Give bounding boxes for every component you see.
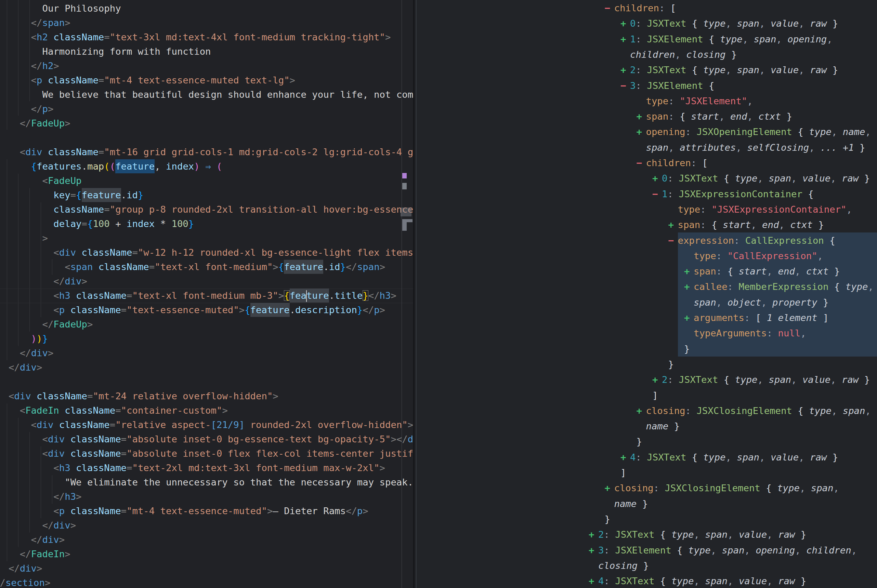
expand-toggle[interactable]: + bbox=[605, 480, 614, 496]
collapse-toggle[interactable]: − bbox=[620, 78, 630, 93]
code-line[interactable]: <div className="mt-24 relative overflow-… bbox=[0, 389, 413, 404]
code-line[interactable]: Our Philosophy bbox=[0, 2, 413, 16]
expand-toggle[interactable]: + bbox=[620, 450, 630, 465]
code-line[interactable]: <div className="relative aspect-[21/9] r… bbox=[0, 418, 413, 432]
code-line[interactable] bbox=[0, 130, 413, 145]
code-line[interactable]: <div className="absolute inset-0 flex fl… bbox=[0, 447, 413, 461]
expand-toggle[interactable]: + bbox=[668, 217, 678, 232]
ast-line[interactable]: ] bbox=[620, 465, 626, 481]
expand-toggle[interactable]: + bbox=[620, 32, 630, 47]
code-line[interactable]: <p className="mt-4 text-essence-muted">—… bbox=[0, 504, 413, 518]
ast-line[interactable]: } bbox=[637, 434, 642, 450]
ast-line[interactable]: −expression: CallExpression { bbox=[668, 233, 835, 249]
expand-toggle[interactable]: + bbox=[620, 62, 630, 78]
code-line[interactable]: Harmonizing form with function bbox=[0, 45, 413, 59]
code-line[interactable]: key={feature.id} bbox=[0, 188, 413, 202]
collapse-toggle[interactable]: − bbox=[605, 0, 614, 16]
ast-line[interactable]: +4: JSXText { type, span, value, raw } bbox=[620, 450, 838, 465]
ast-line[interactable]: ] bbox=[652, 388, 658, 404]
expand-toggle[interactable]: + bbox=[652, 372, 662, 387]
code-editor-pane[interactable]: Our Philosophy </span> <h2 className="te… bbox=[0, 0, 413, 588]
code-line[interactable]: <div className="absolute inset-0 bg-esse… bbox=[0, 432, 413, 447]
code-line[interactable]: </div> bbox=[0, 532, 413, 547]
ast-line[interactable]: name } bbox=[646, 418, 680, 434]
ast-line[interactable]: type: "CallExpression", bbox=[694, 248, 823, 264]
ast-line[interactable]: +closing: JSXClosingElement { type, span… bbox=[605, 480, 839, 496]
code-line[interactable]: ))} bbox=[0, 332, 413, 346]
expand-toggle[interactable]: + bbox=[652, 171, 662, 186]
ast-line[interactable]: +2: JSXText { type, span, value, raw } bbox=[620, 62, 838, 78]
code-line[interactable]: > bbox=[0, 231, 413, 246]
code-line[interactable]: </div> bbox=[0, 274, 413, 288]
ast-line[interactable]: span, attributes, selfClosing, ... +1 } bbox=[646, 140, 865, 156]
code-line[interactable]: <FadeUp bbox=[0, 174, 413, 188]
code-line[interactable]: </div> bbox=[0, 518, 413, 532]
ast-line[interactable]: +callee: MemberExpression { type, bbox=[684, 279, 874, 295]
expand-toggle[interactable]: + bbox=[589, 543, 598, 558]
code-line[interactable]: We believe that beautiful design should … bbox=[0, 87, 413, 102]
ast-line[interactable]: −3: JSXElement { bbox=[620, 78, 715, 94]
code-line[interactable]: delay={100 + index * 100} bbox=[0, 217, 413, 231]
ast-line[interactable]: +closing: JSXClosingElement { type, span… bbox=[637, 403, 871, 419]
ast-line[interactable]: −children: [ bbox=[605, 0, 676, 16]
code-line[interactable]: </section> bbox=[0, 576, 413, 588]
ast-line[interactable]: closing } bbox=[598, 558, 649, 574]
collapse-toggle[interactable]: − bbox=[668, 233, 678, 248]
code-line[interactable]: </FadeIn> bbox=[0, 547, 413, 561]
code-line[interactable] bbox=[0, 375, 413, 389]
ast-line[interactable]: +1: JSXElement { type, span, opening, bbox=[620, 32, 832, 47]
expand-toggle[interactable]: + bbox=[589, 527, 598, 542]
expand-toggle[interactable]: + bbox=[637, 403, 646, 418]
code-line[interactable]: </p> bbox=[0, 102, 413, 116]
code-line[interactable]: </FadeUp> bbox=[0, 317, 413, 332]
code-line[interactable]: <h3 className="text-xl font-medium mb-3"… bbox=[0, 288, 413, 303]
expand-toggle[interactable]: + bbox=[637, 124, 646, 140]
code-line[interactable]: <div className="w-12 h-12 rounded-xl bg-… bbox=[0, 246, 413, 260]
code-line[interactable]: "We eliminate the unnecessary so that th… bbox=[0, 475, 413, 489]
ast-line[interactable]: type: "JSXExpressionContainer", bbox=[678, 202, 852, 218]
code-line[interactable]: <span className="text-xl font-medium">{f… bbox=[0, 260, 413, 274]
expand-toggle[interactable]: + bbox=[620, 16, 630, 31]
expand-toggle[interactable]: + bbox=[684, 264, 694, 279]
code-line[interactable]: <FadeIn className="container-custom"> bbox=[0, 404, 413, 418]
ast-line[interactable]: −children: [ bbox=[637, 155, 708, 171]
ast-line[interactable]: +opening: JSXOpeningElement { type, name… bbox=[637, 124, 871, 140]
code-line[interactable]: className="group p-8 rounded-2xl transit… bbox=[0, 202, 413, 217]
code-line[interactable]: <div className="mt-16 grid grid-cols-1 m… bbox=[0, 145, 413, 159]
expand-toggle[interactable]: + bbox=[684, 279, 694, 294]
ast-line[interactable]: span, object, property } bbox=[694, 295, 829, 310]
ast-line[interactable]: name } bbox=[614, 496, 648, 512]
code-line[interactable]: </span> bbox=[0, 16, 413, 30]
ast-line[interactable]: } bbox=[684, 341, 689, 357]
ast-line[interactable]: } bbox=[668, 357, 674, 372]
ast-line[interactable]: +span: { start, end, ctxt } bbox=[684, 264, 840, 279]
expand-toggle[interactable]: + bbox=[684, 310, 694, 326]
collapse-toggle[interactable]: − bbox=[652, 186, 662, 202]
ast-line[interactable]: +0: JSXText { type, span, value, raw } bbox=[620, 16, 838, 32]
ast-line[interactable]: +3: JSXElement { type, span, opening, ch… bbox=[589, 543, 857, 558]
expand-toggle[interactable]: + bbox=[589, 573, 598, 588]
code-line[interactable]: </h2> bbox=[0, 59, 413, 73]
ast-line[interactable]: −1: JSXExpressionContainer { bbox=[652, 186, 814, 202]
ast-line[interactable]: +2: JSXText { type, span, value, raw } bbox=[589, 527, 806, 543]
code-line[interactable]: {features.map((feature, index) ⇒ ( bbox=[0, 159, 413, 174]
code-line[interactable]: <p className="mt-4 text-essence-muted te… bbox=[0, 73, 413, 87]
ast-line[interactable]: +4: JSXText { type, span, value, raw } bbox=[589, 573, 806, 588]
code-line[interactable]: </FadeUp> bbox=[0, 116, 413, 130]
code-line[interactable]: </div> bbox=[0, 360, 413, 375]
collapse-toggle[interactable]: − bbox=[637, 155, 646, 171]
code-line[interactable]: <h2 className="text-3xl md:text-4xl font… bbox=[0, 30, 413, 45]
ast-line[interactable]: children, closing } bbox=[630, 47, 737, 63]
code-line[interactable]: </div> bbox=[0, 346, 413, 360]
ast-line[interactable]: typeArguments: null, bbox=[694, 326, 806, 341]
ast-line[interactable]: +arguments: [ 1 element ] bbox=[684, 310, 829, 326]
ast-tree-pane[interactable]: −children: [+0: JSXText { type, span, va… bbox=[414, 0, 877, 588]
code-line[interactable]: <h3 className="text-2xl md:text-3xl font… bbox=[0, 461, 413, 475]
ast-line[interactable]: +0: JSXText { type, span, value, raw } bbox=[652, 171, 870, 186]
code-line[interactable]: <p className="text-essence-muted">{featu… bbox=[0, 303, 413, 317]
code-line[interactable]: </div> bbox=[0, 561, 413, 576]
code-line[interactable]: </h3> bbox=[0, 489, 413, 504]
ast-line[interactable]: +2: JSXText { type, span, value, raw } bbox=[652, 372, 870, 388]
ast-line[interactable]: +span: { start, end, ctxt } bbox=[637, 109, 792, 124]
ast-line[interactable]: +span: { start, end, ctxt } bbox=[668, 217, 824, 233]
